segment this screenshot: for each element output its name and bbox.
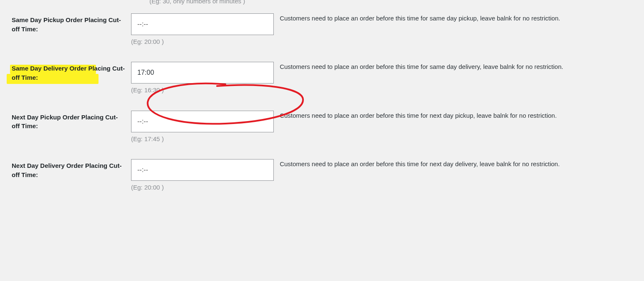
row-next-day-pickup-cutoff: Next Day Pickup Order Placing Cut-off Ti… — [1, 104, 643, 152]
desc-same-day-delivery-cutoff: Customers need to place an order before … — [280, 63, 563, 70]
previous-field-hint: (Eg: 30, only numbers of minutes ) — [0, 0, 644, 5]
label-same-day-pickup-cutoff: Same Day Pickup Order Placing Cut-off Ti… — [12, 16, 121, 33]
input-next-day-pickup-cutoff[interactable] — [131, 111, 274, 132]
input-same-day-delivery-cutoff[interactable] — [131, 62, 274, 84]
hint-next-day-delivery-cutoff: (Eg: 20:00 ) — [131, 182, 638, 192]
row-same-day-pickup-cutoff: Same Day Pickup Order Placing Cut-off Ti… — [1, 7, 643, 55]
desc-next-day-delivery-cutoff: Customers need to place an order before … — [280, 160, 560, 167]
row-same-day-delivery-cutoff: Same Day Delivery Order Placing Cut-off … — [1, 56, 643, 103]
label-next-day-pickup-cutoff: Next Day Pickup Order Placing Cut-off Ti… — [12, 114, 118, 130]
settings-form-table: Same Day Pickup Order Placing Cut-off Ti… — [0, 6, 644, 201]
hint-same-day-pickup-cutoff: (Eg: 20:00 ) — [131, 37, 638, 46]
label-next-day-delivery-cutoff: Next Day Delivery Order Placing Cut-off … — [12, 162, 121, 178]
input-next-day-delivery-cutoff[interactable] — [131, 159, 274, 181]
hint-next-day-pickup-cutoff: (Eg: 17:45 ) — [131, 134, 638, 144]
row-next-day-delivery-cutoff: Next Day Delivery Order Placing Cut-off … — [1, 153, 643, 200]
hint-same-day-delivery-cutoff: (Eg: 16:30 ) — [131, 85, 638, 95]
desc-same-day-pickup-cutoff: Customers need to place an order before … — [280, 15, 560, 22]
input-same-day-pickup-cutoff[interactable] — [131, 13, 274, 35]
desc-next-day-pickup-cutoff: Customers need to place an order before … — [280, 112, 557, 119]
